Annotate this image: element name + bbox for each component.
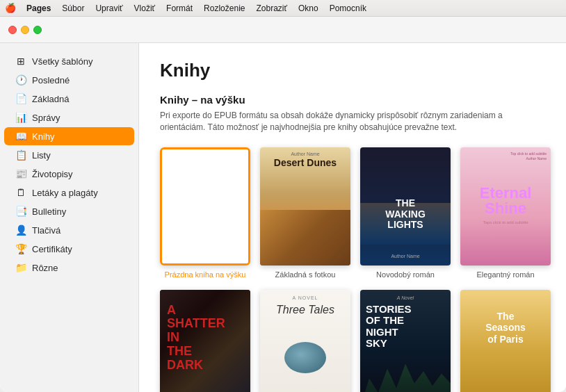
clock-icon: 🕐 [15,74,26,85]
cover-tales-bg: A NOVEL Three Tales AUTHOR NAME [260,290,350,392]
tales-eggs-illustration [284,342,326,373]
menu-upravit[interactable]: Upraviť [95,3,122,13]
section-description: Pri exporte do EPUB formátu sa obsah dok… [160,110,521,133]
template-label-waking: Novodobý román [376,270,435,279]
sidebar-label-lists: Listy [32,150,51,161]
desert-title: Desert Dunes [260,157,350,168]
sidebar-item-recent[interactable]: 🕐 Posledné [4,71,134,89]
template-cover-paris: TheSeasonsof Paris Author Name [460,290,551,392]
template-label-desert: Základná s fotkou [275,270,336,279]
template-cover-blank [160,147,250,266]
sidebar-label-bulletins: Bulletiny [32,206,66,217]
grid-icon: ⊞ [15,56,26,67]
notepad-icon: 🗒 [15,187,26,198]
sidebar-item-misc[interactable]: 📁 Rôzne [4,259,134,277]
chart-icon: 📊 [15,112,26,123]
sidebar-label-basic: Základná [32,94,69,104]
template-label-blank: Prázdna kniha na výšku [165,270,246,279]
sidebar-item-reports[interactable]: 📊 Správy [4,108,134,126]
menubar: 🍎 Pages Súbor Upraviť Vložiť Formát Rozl… [0,0,566,17]
elegant-top-text: Top click to add subtitleAuthor Name [510,152,547,161]
template-cover-desert: Author Name Desert Dunes [260,147,350,266]
template-desert[interactable]: Author Name Desert Dunes Základná s fotk… [260,147,350,279]
page-title: Knihy [160,60,545,81]
maximize-button[interactable] [33,26,42,34]
template-blank[interactable]: Prázdna kniha na výšku [160,147,250,279]
template-cover-nightsky: A Novel STORIESOF THENIGHTSKY AUTHOR NAM… [360,290,451,392]
sidebar-item-print[interactable]: 👤 Tlačivá [4,221,134,239]
list-icon: 📋 [15,149,26,161]
sidebar-item-all[interactable]: ⊞ Všetky šablóny [4,52,134,70]
cover-shatter-bg: ASHATTERINTHEDARK AUTHOR NAME [160,290,250,392]
book-icon: 📖 [15,131,26,142]
cover-paris-bg: TheSeasonsof Paris Author Name [460,290,551,392]
template-paris[interactable]: TheSeasonsof Paris Author Name Tradičný … [460,290,551,392]
apple-menu[interactable]: 🍎 [6,3,15,13]
waking-title: THEWAKINGLIGHTS [360,198,451,230]
menu-okno[interactable]: Okno [298,3,318,13]
template-tales[interactable]: A NOVEL Three Tales AUTHOR NAME Jednoduc… [260,290,350,392]
cover-night-bg: A Novel STORIESOF THENIGHTSKY AUTHOR NAM… [360,290,451,392]
traffic-lights [8,26,42,34]
sidebar-item-books[interactable]: 📖 Knihy [4,127,134,145]
main-content: ⊞ Všetky šablóny 🕐 Posledné 📄 Základná 📊… [0,43,566,392]
sidebar-item-bio[interactable]: 📰 Životopisy [4,165,134,183]
cover-waking-bg: THEWAKINGLIGHTS Author Name [360,147,451,266]
menu-subor[interactable]: Súbor [62,3,84,13]
sidebar-label-books: Knihy [32,131,55,142]
cover-elegant-bg: Top click to add subtitleAuthor Name Ete… [460,147,551,266]
trophy-icon: 🏆 [15,243,26,254]
sidebar-label-print: Tlačivá [32,225,60,236]
menu-format[interactable]: Formát [166,3,193,13]
elegant-title: EternalShine [460,186,551,216]
template-cover-tales: A NOVEL Three Tales AUTHOR NAME [260,290,350,392]
person-icon: 👤 [15,224,26,236]
content-area: Knihy Knihy – na výšku Pri exporte do EP… [139,43,566,392]
pages-icon: 📑 [15,206,26,217]
menu-zobrazit[interactable]: Zobraziť [256,3,287,13]
menu-rozlozenie[interactable]: Rozloženie [204,3,245,13]
menu-vlozit[interactable]: Vložiť [134,3,156,13]
sidebar-item-flyers[interactable]: 🗒 Letáky a plagáty [4,183,134,202]
menu-pomocnik[interactable]: Pomocník [330,3,366,13]
folder-icon: 📁 [15,262,26,273]
tales-title: Three Tales [260,304,350,316]
nightsky-title: STORIESOF THENIGHTSKY [366,304,412,350]
sidebar-label-certs: Certifikáty [32,244,72,254]
sidebar-label-reports: Správy [32,113,60,123]
sidebar: ⊞ Všetky šablóny 🕐 Posledné 📄 Základná 📊… [0,43,139,392]
sidebar-label-bio: Životopisy [32,169,73,179]
waking-author: Author Name [360,254,451,259]
shatter-title: ASHATTERINTHEDARK [167,304,225,373]
template-cover-waking: THEWAKINGLIGHTS Author Name [360,147,451,266]
desert-author: Author Name [260,152,350,156]
menu-pages[interactable]: Pages [26,3,51,13]
sidebar-item-certs[interactable]: 🏆 Certifikáty [4,240,134,258]
templates-grid: Prázdna kniha na výšku Author Name Deser… [160,147,545,392]
sidebar-label-misc: Rôzne [32,263,58,273]
sidebar-item-basic[interactable]: 📄 Základná [4,90,134,108]
doc-icon: 📄 [15,93,26,104]
cover-desert-bg: Author Name Desert Dunes [260,147,350,266]
template-cover-elegant: Top click to add subtitleAuthor Name Ete… [460,147,551,266]
sidebar-label-recent: Posledné [32,75,70,85]
minimize-button[interactable] [21,26,29,34]
template-elegant[interactable]: Top click to add subtitleAuthor Name Ete… [460,147,551,279]
sidebar-item-bulletins[interactable]: 📑 Bulletiny [4,202,134,220]
paris-title: TheSeasonsof Paris [460,311,551,345]
sidebar-item-lists[interactable]: 📋 Listy [4,146,134,164]
template-shatter[interactable]: ASHATTERINTHEDARK AUTHOR NAME Multižánro… [160,290,250,392]
nightsky-trees [360,359,451,392]
sidebar-label-all: Všetky šablóny [32,56,92,67]
template-label-elegant: Elegantný román [476,270,534,279]
cover-blank-bg [162,149,248,263]
tales-author-top: A NOVEL [260,295,350,300]
titlebar [0,17,566,43]
elegant-subtitle: Taps click to add subtitle [460,220,551,224]
newspaper-icon: 📰 [15,168,26,179]
desert-dunes-shape [260,210,350,266]
section-title: Knihy – na výšku [160,94,545,106]
template-waking[interactable]: THEWAKINGLIGHTS Author Name Novodobý rom… [360,147,451,279]
template-nightsky[interactable]: A Novel STORIESOF THENIGHTSKY AUTHOR NAM… [360,290,451,392]
close-button[interactable] [8,26,17,34]
